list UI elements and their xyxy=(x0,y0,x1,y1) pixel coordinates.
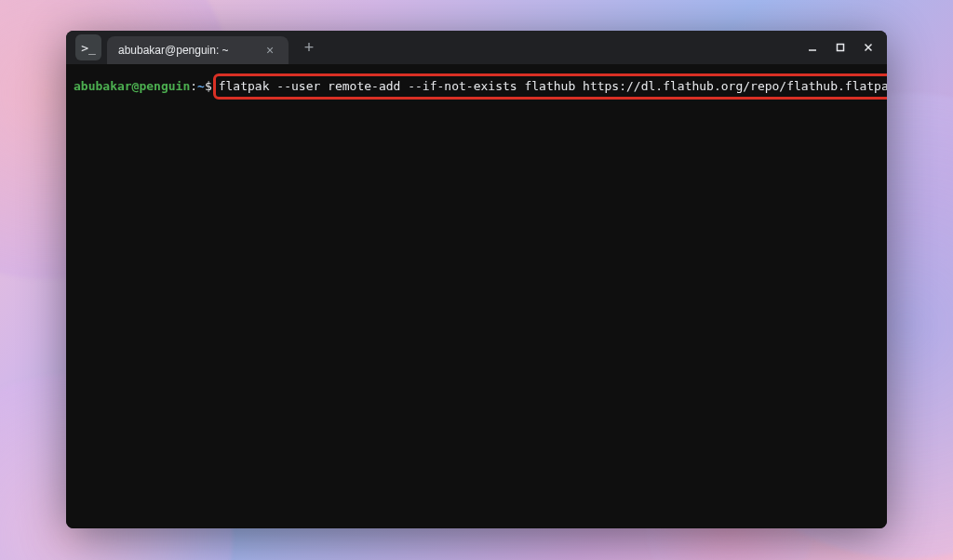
tab-title: abubakar@penguin: ~ xyxy=(118,44,229,57)
minimize-icon xyxy=(807,42,818,53)
close-icon xyxy=(863,42,874,53)
command-highlight-annotation: flatpak --user remote-add --if-not-exist… xyxy=(213,73,887,100)
prompt-symbol: $ xyxy=(205,77,212,96)
close-button[interactable] xyxy=(855,34,881,60)
maximize-button[interactable] xyxy=(827,34,853,60)
prompt-line: abubakar@penguin:~$ flatpak --user remot… xyxy=(74,73,879,100)
window-controls xyxy=(799,31,881,64)
terminal-app-icon: >_ xyxy=(75,34,101,60)
minimize-button[interactable] xyxy=(799,34,825,60)
prompt-separator: : xyxy=(190,77,197,96)
tab-close-button[interactable]: × xyxy=(262,43,277,58)
new-tab-button[interactable]: + xyxy=(296,34,322,60)
svg-rect-1 xyxy=(838,45,844,51)
title-bar: >_ abubakar@penguin: ~ × + xyxy=(66,31,887,64)
terminal-window: >_ abubakar@penguin: ~ × + abubakar@peng… xyxy=(66,31,887,528)
terminal-body[interactable]: abubakar@penguin:~$ flatpak --user remot… xyxy=(66,64,887,528)
tab-active[interactable]: abubakar@penguin: ~ × xyxy=(107,36,289,64)
prompt-path: ~ xyxy=(197,77,205,96)
prompt-user-host: abubakar@penguin xyxy=(74,77,190,96)
maximize-icon xyxy=(835,42,846,53)
command-text: flatpak --user remote-add --if-not-exist… xyxy=(219,79,887,93)
